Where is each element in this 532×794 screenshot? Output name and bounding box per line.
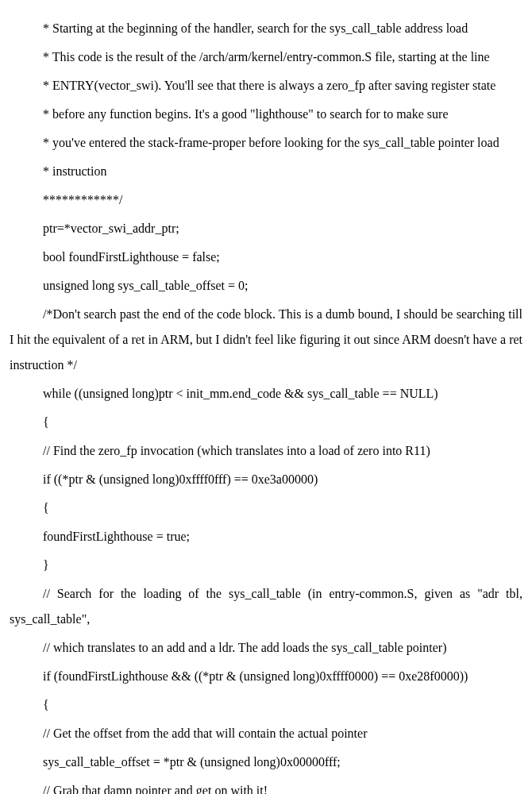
code-line: foundFirstLighthouse = true; (10, 524, 522, 549)
code-line: * instruction (10, 159, 522, 184)
code-line: unsigned long sys_call_table_offset = 0; (10, 273, 522, 299)
code-line: } (10, 553, 522, 578)
code-line: * before any function begins. It's a goo… (10, 102, 522, 127)
code-line: * This code is the result of the /arch/a… (10, 44, 522, 70)
code-line: ptr=*vector_swi_addr_ptr; (10, 216, 522, 241)
code-line: bool foundFirstLighthouse = false; (10, 245, 522, 270)
code-line: * ENTRY(vector_swi). You'll see that the… (10, 73, 522, 98)
code-line: // which translates to an add and a ldr.… (10, 635, 522, 661)
code-line: if (foundFirstLighthouse && ((*ptr & (un… (10, 664, 522, 689)
code-line: // Get the offset from the add that will… (10, 721, 522, 746)
code-line: while ((unsigned long)ptr < init_mm.end_… (10, 381, 522, 407)
code-line: // Find the zero_fp invocation (which tr… (10, 438, 522, 464)
code-line: * Starting at the beginning of the handl… (10, 16, 522, 41)
code-line: { (10, 495, 522, 521)
code-line: { (10, 410, 522, 435)
code-line: ************/ (10, 187, 522, 213)
code-line: { (10, 692, 522, 718)
code-line: * you've entered the stack-frame-proper … (10, 130, 522, 156)
code-line: if ((*ptr & (unsigned long)0xffff0fff) =… (10, 467, 522, 492)
code-line: // Grab that damn pointer and get on wit… (10, 778, 522, 794)
code-line: sys_call_table_offset = *ptr & (unsigned… (10, 750, 522, 775)
code-comment-block: // Search for the loading of the sys_cal… (10, 581, 522, 632)
code-comment-block: /*Don't search past the end of the code … (10, 302, 522, 378)
